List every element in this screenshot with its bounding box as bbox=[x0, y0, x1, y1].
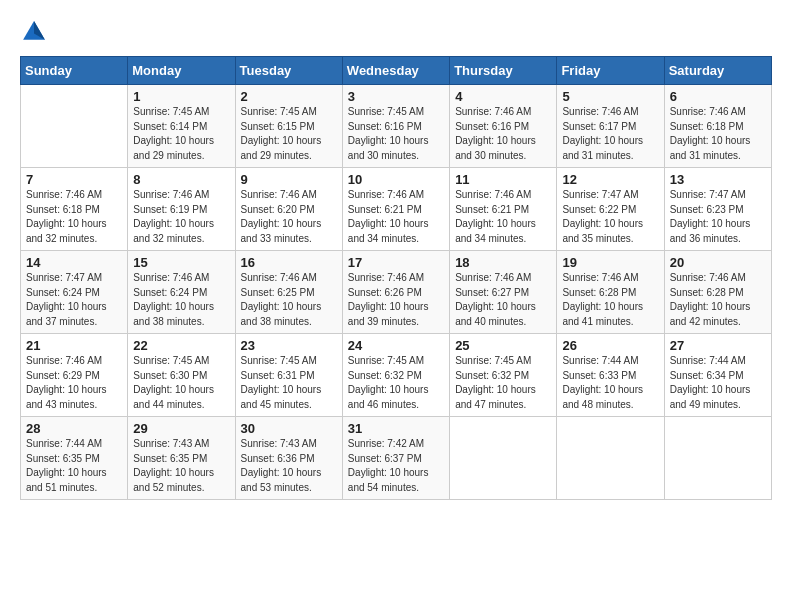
weekday-header-saturday: Saturday bbox=[664, 57, 771, 85]
day-info: Sunrise: 7:42 AM Sunset: 6:37 PM Dayligh… bbox=[348, 437, 444, 495]
day-number: 15 bbox=[133, 255, 229, 270]
calendar-cell: 27Sunrise: 7:44 AM Sunset: 6:34 PM Dayli… bbox=[664, 334, 771, 417]
calendar-cell: 22Sunrise: 7:45 AM Sunset: 6:30 PM Dayli… bbox=[128, 334, 235, 417]
day-info: Sunrise: 7:47 AM Sunset: 6:22 PM Dayligh… bbox=[562, 188, 658, 246]
page: SundayMondayTuesdayWednesdayThursdayFrid… bbox=[0, 0, 792, 510]
day-info: Sunrise: 7:43 AM Sunset: 6:35 PM Dayligh… bbox=[133, 437, 229, 495]
calendar-cell: 28Sunrise: 7:44 AM Sunset: 6:35 PM Dayli… bbox=[21, 417, 128, 500]
day-number: 21 bbox=[26, 338, 122, 353]
day-info: Sunrise: 7:45 AM Sunset: 6:32 PM Dayligh… bbox=[455, 354, 551, 412]
day-info: Sunrise: 7:46 AM Sunset: 6:28 PM Dayligh… bbox=[562, 271, 658, 329]
day-number: 24 bbox=[348, 338, 444, 353]
calendar-cell: 9Sunrise: 7:46 AM Sunset: 6:20 PM Daylig… bbox=[235, 168, 342, 251]
calendar-cell bbox=[557, 417, 664, 500]
weekday-header-friday: Friday bbox=[557, 57, 664, 85]
calendar-cell: 23Sunrise: 7:45 AM Sunset: 6:31 PM Dayli… bbox=[235, 334, 342, 417]
calendar-cell: 25Sunrise: 7:45 AM Sunset: 6:32 PM Dayli… bbox=[450, 334, 557, 417]
weekday-header-sunday: Sunday bbox=[21, 57, 128, 85]
calendar-week-4: 28Sunrise: 7:44 AM Sunset: 6:35 PM Dayli… bbox=[21, 417, 772, 500]
calendar-cell: 24Sunrise: 7:45 AM Sunset: 6:32 PM Dayli… bbox=[342, 334, 449, 417]
day-number: 8 bbox=[133, 172, 229, 187]
day-info: Sunrise: 7:46 AM Sunset: 6:25 PM Dayligh… bbox=[241, 271, 337, 329]
calendar-cell: 2Sunrise: 7:45 AM Sunset: 6:15 PM Daylig… bbox=[235, 85, 342, 168]
day-number: 13 bbox=[670, 172, 766, 187]
day-number: 12 bbox=[562, 172, 658, 187]
day-number: 20 bbox=[670, 255, 766, 270]
day-info: Sunrise: 7:47 AM Sunset: 6:23 PM Dayligh… bbox=[670, 188, 766, 246]
calendar-cell bbox=[450, 417, 557, 500]
calendar-cell: 13Sunrise: 7:47 AM Sunset: 6:23 PM Dayli… bbox=[664, 168, 771, 251]
day-info: Sunrise: 7:45 AM Sunset: 6:15 PM Dayligh… bbox=[241, 105, 337, 163]
day-info: Sunrise: 7:46 AM Sunset: 6:20 PM Dayligh… bbox=[241, 188, 337, 246]
day-info: Sunrise: 7:43 AM Sunset: 6:36 PM Dayligh… bbox=[241, 437, 337, 495]
calendar-cell: 18Sunrise: 7:46 AM Sunset: 6:27 PM Dayli… bbox=[450, 251, 557, 334]
day-number: 17 bbox=[348, 255, 444, 270]
logo bbox=[20, 18, 52, 46]
calendar-week-3: 21Sunrise: 7:46 AM Sunset: 6:29 PM Dayli… bbox=[21, 334, 772, 417]
day-info: Sunrise: 7:45 AM Sunset: 6:31 PM Dayligh… bbox=[241, 354, 337, 412]
day-info: Sunrise: 7:46 AM Sunset: 6:27 PM Dayligh… bbox=[455, 271, 551, 329]
day-number: 1 bbox=[133, 89, 229, 104]
day-info: Sunrise: 7:45 AM Sunset: 6:16 PM Dayligh… bbox=[348, 105, 444, 163]
day-info: Sunrise: 7:46 AM Sunset: 6:16 PM Dayligh… bbox=[455, 105, 551, 163]
calendar-cell: 10Sunrise: 7:46 AM Sunset: 6:21 PM Dayli… bbox=[342, 168, 449, 251]
day-info: Sunrise: 7:44 AM Sunset: 6:34 PM Dayligh… bbox=[670, 354, 766, 412]
calendar-table: SundayMondayTuesdayWednesdayThursdayFrid… bbox=[20, 56, 772, 500]
calendar-cell: 20Sunrise: 7:46 AM Sunset: 6:28 PM Dayli… bbox=[664, 251, 771, 334]
day-info: Sunrise: 7:44 AM Sunset: 6:35 PM Dayligh… bbox=[26, 437, 122, 495]
day-number: 26 bbox=[562, 338, 658, 353]
calendar-cell: 1Sunrise: 7:45 AM Sunset: 6:14 PM Daylig… bbox=[128, 85, 235, 168]
calendar-cell: 15Sunrise: 7:46 AM Sunset: 6:24 PM Dayli… bbox=[128, 251, 235, 334]
day-info: Sunrise: 7:46 AM Sunset: 6:19 PM Dayligh… bbox=[133, 188, 229, 246]
weekday-header-wednesday: Wednesday bbox=[342, 57, 449, 85]
weekday-header-thursday: Thursday bbox=[450, 57, 557, 85]
calendar-cell: 30Sunrise: 7:43 AM Sunset: 6:36 PM Dayli… bbox=[235, 417, 342, 500]
calendar-cell: 7Sunrise: 7:46 AM Sunset: 6:18 PM Daylig… bbox=[21, 168, 128, 251]
day-info: Sunrise: 7:46 AM Sunset: 6:21 PM Dayligh… bbox=[348, 188, 444, 246]
day-info: Sunrise: 7:46 AM Sunset: 6:28 PM Dayligh… bbox=[670, 271, 766, 329]
calendar-cell: 17Sunrise: 7:46 AM Sunset: 6:26 PM Dayli… bbox=[342, 251, 449, 334]
day-info: Sunrise: 7:46 AM Sunset: 6:24 PM Dayligh… bbox=[133, 271, 229, 329]
day-number: 10 bbox=[348, 172, 444, 187]
day-number: 11 bbox=[455, 172, 551, 187]
header bbox=[20, 18, 772, 46]
calendar-cell: 16Sunrise: 7:46 AM Sunset: 6:25 PM Dayli… bbox=[235, 251, 342, 334]
day-info: Sunrise: 7:46 AM Sunset: 6:18 PM Dayligh… bbox=[670, 105, 766, 163]
calendar-week-1: 7Sunrise: 7:46 AM Sunset: 6:18 PM Daylig… bbox=[21, 168, 772, 251]
calendar-cell: 3Sunrise: 7:45 AM Sunset: 6:16 PM Daylig… bbox=[342, 85, 449, 168]
calendar-header: SundayMondayTuesdayWednesdayThursdayFrid… bbox=[21, 57, 772, 85]
calendar-cell: 6Sunrise: 7:46 AM Sunset: 6:18 PM Daylig… bbox=[664, 85, 771, 168]
day-number: 3 bbox=[348, 89, 444, 104]
day-number: 14 bbox=[26, 255, 122, 270]
day-info: Sunrise: 7:46 AM Sunset: 6:21 PM Dayligh… bbox=[455, 188, 551, 246]
calendar-cell bbox=[664, 417, 771, 500]
calendar-cell: 26Sunrise: 7:44 AM Sunset: 6:33 PM Dayli… bbox=[557, 334, 664, 417]
day-info: Sunrise: 7:45 AM Sunset: 6:30 PM Dayligh… bbox=[133, 354, 229, 412]
day-info: Sunrise: 7:44 AM Sunset: 6:33 PM Dayligh… bbox=[562, 354, 658, 412]
calendar-cell: 14Sunrise: 7:47 AM Sunset: 6:24 PM Dayli… bbox=[21, 251, 128, 334]
day-info: Sunrise: 7:46 AM Sunset: 6:29 PM Dayligh… bbox=[26, 354, 122, 412]
weekday-header-row: SundayMondayTuesdayWednesdayThursdayFrid… bbox=[21, 57, 772, 85]
day-number: 6 bbox=[670, 89, 766, 104]
day-number: 25 bbox=[455, 338, 551, 353]
day-number: 28 bbox=[26, 421, 122, 436]
day-number: 18 bbox=[455, 255, 551, 270]
calendar-week-0: 1Sunrise: 7:45 AM Sunset: 6:14 PM Daylig… bbox=[21, 85, 772, 168]
calendar-week-2: 14Sunrise: 7:47 AM Sunset: 6:24 PM Dayli… bbox=[21, 251, 772, 334]
day-number: 7 bbox=[26, 172, 122, 187]
calendar-cell: 19Sunrise: 7:46 AM Sunset: 6:28 PM Dayli… bbox=[557, 251, 664, 334]
calendar-cell: 11Sunrise: 7:46 AM Sunset: 6:21 PM Dayli… bbox=[450, 168, 557, 251]
day-info: Sunrise: 7:46 AM Sunset: 6:17 PM Dayligh… bbox=[562, 105, 658, 163]
day-number: 5 bbox=[562, 89, 658, 104]
day-info: Sunrise: 7:46 AM Sunset: 6:26 PM Dayligh… bbox=[348, 271, 444, 329]
calendar-cell: 29Sunrise: 7:43 AM Sunset: 6:35 PM Dayli… bbox=[128, 417, 235, 500]
calendar-cell: 4Sunrise: 7:46 AM Sunset: 6:16 PM Daylig… bbox=[450, 85, 557, 168]
day-info: Sunrise: 7:46 AM Sunset: 6:18 PM Dayligh… bbox=[26, 188, 122, 246]
day-info: Sunrise: 7:45 AM Sunset: 6:32 PM Dayligh… bbox=[348, 354, 444, 412]
day-number: 16 bbox=[241, 255, 337, 270]
calendar-cell: 12Sunrise: 7:47 AM Sunset: 6:22 PM Dayli… bbox=[557, 168, 664, 251]
day-number: 23 bbox=[241, 338, 337, 353]
weekday-header-tuesday: Tuesday bbox=[235, 57, 342, 85]
day-number: 30 bbox=[241, 421, 337, 436]
day-number: 4 bbox=[455, 89, 551, 104]
